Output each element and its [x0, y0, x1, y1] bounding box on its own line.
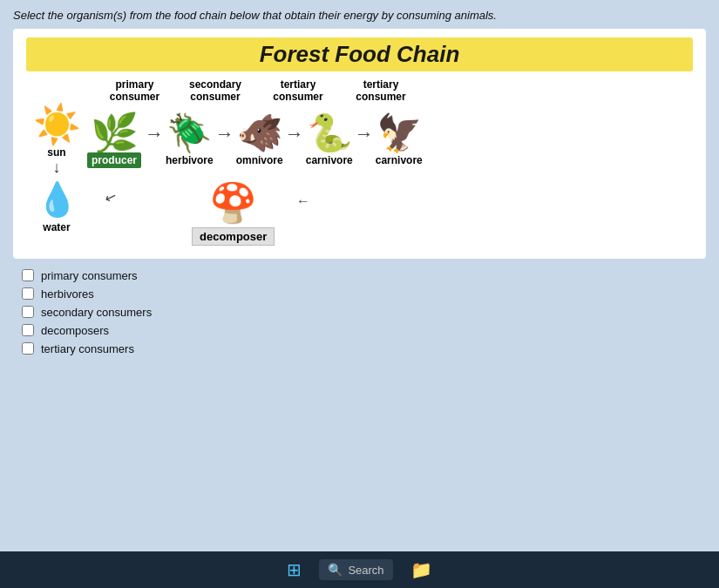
checkbox-herbivores-label: herbivores: [41, 287, 94, 301]
boar-item: 🐗 omnivore: [236, 115, 283, 166]
checkbox-primary[interactable]: primary consumers: [22, 269, 706, 282]
checkbox-secondary[interactable]: secondary consumers: [22, 306, 706, 319]
snake-item: 🐍 carnivore: [306, 115, 353, 166]
beetle-item: 🪲 herbivore: [166, 115, 214, 166]
checkbox-primary-label: primary consumers: [41, 269, 138, 282]
checkbox-decomposers-input[interactable]: [22, 324, 34, 336]
checkbox-herbivores-input[interactable]: [22, 287, 34, 300]
decomposer-item: ↙ 🍄 decomposer: [192, 180, 275, 246]
carnivore-label-1: carnivore: [306, 154, 353, 166]
decomp-right-arrow: ←: [296, 193, 310, 209]
taskbar-search-label: Search: [348, 564, 383, 577]
label-primary-consumer: primary consumer: [98, 78, 172, 104]
mushroom-icon: 🍄: [209, 180, 257, 226]
arrow-4: →: [355, 123, 374, 145]
checkbox-tertiary-input[interactable]: [22, 342, 34, 355]
bottom-section: 💧 water ↙ 🍄 decomposer ←: [26, 180, 693, 246]
instruction-text: Select the organism(s) from the food cha…: [13, 9, 706, 22]
sun-down-arrow: ↓: [53, 159, 61, 177]
label-secondary-consumer: secondary consumer: [172, 78, 259, 104]
checkbox-decomposers-label: decomposers: [41, 324, 109, 337]
producer-label: producer: [87, 152, 141, 168]
main-content: Select the organism(s) from the food cha…: [0, 0, 719, 551]
diagram-container: Forest Food Chain primary consumer secon…: [13, 29, 706, 259]
sun-item: ☀️ sun: [33, 105, 81, 159]
taskbar: ⊞ 🔍 Search 📁: [0, 551, 719, 588]
arrow-1: →: [145, 123, 164, 145]
checkbox-secondary-input[interactable]: [22, 306, 34, 318]
eagle-item: 🦅 carnivore: [376, 115, 423, 166]
search-icon: 🔍: [328, 563, 343, 577]
checkbox-herbivores[interactable]: herbivores: [22, 287, 706, 301]
plant-icon: 🌿: [91, 114, 139, 152]
sun-label: sun: [47, 146, 65, 159]
plant-item: 🌿 producer: [87, 114, 141, 168]
diagram-title: Forest Food Chain: [26, 37, 693, 71]
sun-icon: ☀️: [33, 105, 81, 144]
checkbox-decomposers[interactable]: decomposers: [22, 324, 706, 337]
boar-icon: 🐗: [237, 115, 282, 152]
carnivore-label-2: carnivore: [376, 154, 423, 166]
checkboxes-section: primary consumers herbivores secondary c…: [13, 269, 706, 355]
taskbar-search-box[interactable]: 🔍 Search: [319, 559, 392, 580]
decomp-back-arrow: ↙: [102, 187, 119, 206]
checkbox-primary-input[interactable]: [22, 269, 34, 281]
snake-icon: 🐍: [307, 115, 352, 152]
sun-column: ☀️ sun ↓: [26, 105, 87, 177]
windows-icon[interactable]: ⊞: [287, 559, 302, 580]
omnivore-label: omnivore: [236, 154, 283, 166]
arrow-2: →: [215, 123, 234, 145]
herbivore-label: herbivore: [166, 154, 214, 166]
checkbox-tertiary-label: tertiary consumers: [41, 342, 134, 355]
main-chain-row: ☀️ sun ↓ 🌿 producer → 🪲 herbivore →: [26, 105, 693, 177]
checkbox-tertiary[interactable]: tertiary consumers: [22, 342, 706, 355]
checkbox-secondary-label: secondary consumers: [41, 306, 152, 319]
eagle-icon: 🦅: [376, 115, 422, 152]
arrow-3: →: [285, 123, 304, 145]
water-item: 💧 water: [26, 180, 87, 233]
label-tertiary-consumer-2: tertiary consumer: [337, 78, 424, 104]
label-tertiary-consumer-1: tertiary consumer: [259, 78, 337, 104]
water-label: water: [43, 221, 70, 233]
food-chain: primary consumer secondary consumer tert…: [26, 78, 693, 246]
beetle-icon: 🪲: [166, 115, 212, 152]
decomposer-label: decomposer: [192, 227, 275, 246]
water-icon: 💧: [37, 180, 78, 219]
folder-icon[interactable]: 📁: [410, 559, 432, 580]
